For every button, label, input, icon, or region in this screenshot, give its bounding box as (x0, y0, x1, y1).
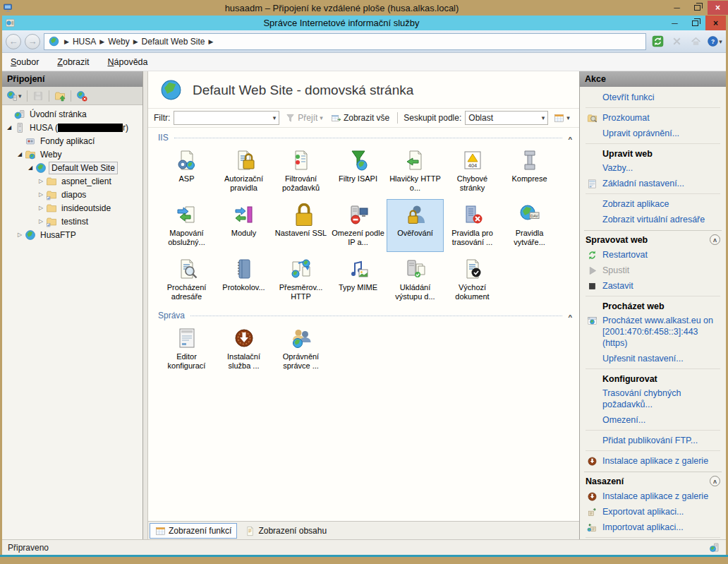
tree-node-husaftp[interactable]: ▷HusaFTP (2, 228, 142, 241)
feature-tile-authoring[interactable]: DAVPravidla vytváře... (501, 199, 558, 252)
create-connection-button[interactable]: ▾ (5, 89, 23, 103)
menu-item-zobrazit[interactable]: Zobrazit (57, 57, 89, 67)
breadcrumb-item[interactable]: Weby (107, 37, 131, 47)
up-button[interactable] (53, 89, 67, 103)
menu-item-soubor[interactable]: Soubor (11, 57, 39, 67)
back-button[interactable]: ← (6, 34, 21, 49)
delete-connection-button[interactable] (75, 89, 89, 103)
feature-tile-error-pages[interactable]: 404Chybové stránky (444, 145, 501, 198)
action-link[interactable]: Instalace aplikace z galerie (602, 491, 708, 502)
feature-tile-config-editor[interactable]: Editor konfigurací (158, 323, 215, 376)
tree-expander-icon[interactable]: ▷ (37, 178, 45, 184)
action-link[interactable]: Procházet www.alkast.eu on [2001:470:6f:… (602, 315, 722, 349)
feature-tile-isapi[interactable]: Filtry ISAPI (329, 145, 387, 198)
tree-node-insideoutside[interactable]: ▷insideoutside (2, 201, 142, 215)
action-link[interactable]: Zastavit (602, 280, 633, 292)
help-button[interactable]: ?▾ (707, 34, 722, 49)
feature-tile-output-cache[interactable]: Ukládání výstupu d... (387, 253, 444, 306)
tree-node-default-web-site[interactable]: ◢Default Web Site (2, 161, 142, 174)
tree-expander-icon[interactable]: ◢ (5, 124, 13, 131)
tab-features-view[interactable]: Zobrazení funkcí (150, 523, 237, 539)
tree-expander-icon[interactable]: ▷ (16, 232, 24, 238)
menu-item-napoveda[interactable]: Nápověda (108, 57, 148, 67)
group-by-value: Oblast (468, 113, 493, 123)
explore-icon (586, 113, 598, 124)
tree-node-testinst[interactable]: ▷testinst (2, 215, 142, 228)
feature-tile-dir-browse[interactable]: Procházení adresáře (158, 253, 215, 306)
go-button: Přejít▾ (283, 111, 325, 125)
tree-node-weby[interactable]: ◢Weby (2, 148, 142, 161)
feature-tile-modules[interactable]: Moduly (215, 199, 272, 252)
action-link[interactable]: Exportovat aplikaci... (602, 506, 684, 517)
refresh-icon (652, 35, 664, 47)
tree-node-fondy-aplikaci[interactable]: Fondy aplikací (2, 134, 142, 148)
group-collapse-icon[interactable]: ʌ (710, 476, 720, 486)
feature-tile-ssl[interactable]: Nastavení SSL (272, 199, 329, 252)
tree-expander-icon[interactable]: ▷ (37, 218, 45, 224)
filter-input[interactable]: ▾ (174, 111, 279, 125)
feature-tile-iis-perm[interactable]: Oprávnění správce ... (272, 323, 329, 376)
action-link[interactable]: Přidat publikování FTP... (602, 435, 698, 446)
feature-tile-asp[interactable]: ASP (158, 145, 215, 198)
feature-tile-webpi[interactable]: Instalační služba ... (215, 323, 272, 376)
action-link[interactable]: Vazby... (602, 162, 633, 174)
feature-tile-tracing[interactable]: Pravidla pro trasování ... (444, 199, 501, 252)
rdp-restore-button[interactable] (687, 1, 708, 15)
feature-tile-req-filter[interactable]: Filtrování požadavků (272, 145, 329, 198)
action-link[interactable]: Instalace aplikace z galerie (602, 455, 708, 467)
tree-expander-icon[interactable]: ▷ (37, 191, 45, 198)
action-link[interactable]: Otevřít funkci (602, 92, 655, 103)
action-link[interactable]: Upravit oprávnění... (602, 128, 679, 139)
action-link[interactable]: Základní nastavení... (602, 178, 684, 189)
tree-expander-icon[interactable]: ◢ (26, 164, 35, 171)
action-link[interactable]: Importovat aplikaci... (602, 522, 684, 533)
iis-perm-icon (290, 327, 313, 349)
action-link[interactable]: Restartovat (602, 249, 648, 260)
feature-tile-label: Ukládání výstupu d... (389, 283, 442, 301)
tree-expander-icon[interactable]: ▷ (37, 205, 45, 211)
breadcrumb-item[interactable]: Default Web Site (140, 37, 207, 47)
feature-tile-logging[interactable]: Protokolov... (215, 253, 272, 306)
action-link[interactable]: Prozkoumat (602, 112, 650, 124)
tree-node-uvodni-stranka[interactable]: Úvodní stránka (2, 107, 142, 121)
feature-tile-mime[interactable]: Typy MIME (329, 253, 387, 306)
rdp-close-button[interactable]: × (708, 1, 728, 15)
dir-browse-icon (176, 258, 198, 280)
action-link[interactable]: Zobrazit virtuální adresáře (602, 214, 705, 225)
tree-node-husa[interactable]: ◢HUSA (r) (2, 121, 142, 134)
app-minimize-button[interactable]: ─ (665, 16, 685, 30)
section-collapse-icon[interactable]: ʌ (568, 313, 572, 319)
feature-tile-ip-restrict[interactable]: Omezení podle IP a... (329, 199, 387, 252)
app-restore-button[interactable] (685, 16, 705, 30)
feature-tile-authentication[interactable]: Ověřování (387, 199, 444, 252)
group-collapse-icon[interactable]: ʌ (710, 234, 720, 245)
tree-node-diapos[interactable]: ▷diapos (2, 188, 142, 201)
feature-tile-http-headers[interactable]: Hlavičky HTTP o... (387, 145, 444, 198)
section-collapse-icon[interactable]: ʌ (568, 135, 572, 141)
feature-tile-default-doc[interactable]: Výchozí dokument (444, 253, 501, 306)
action-link[interactable]: Trasování chybných požadavků... (602, 388, 722, 410)
breadcrumb-item[interactable]: HUSA (71, 37, 97, 47)
view-mode-button[interactable]: ▾ (552, 111, 572, 125)
default-doc-icon (461, 258, 484, 280)
feature-tile-redirect[interactable]: Přesměrov... HTTP (272, 253, 329, 306)
tree-expander-icon[interactable]: ◢ (16, 151, 24, 157)
forward-button[interactable]: → (25, 34, 40, 49)
refresh-button[interactable] (650, 34, 665, 49)
feature-tile-label: ASP (178, 174, 194, 184)
feature-tile-auth-rules[interactable]: Autorizační pravidla (215, 145, 272, 198)
feature-tile-handler-map[interactable]: Mapování obslužný... (158, 199, 215, 252)
action-link[interactable]: Zobrazit aplikace (602, 198, 669, 210)
action-link[interactable]: Upřesnit nastavení... (602, 353, 684, 364)
tree-node-aspnet_client[interactable]: ▷aspnet_client (2, 174, 142, 188)
group-by-label: Seskupit podle: (404, 113, 461, 123)
feature-tile-compression[interactable]: Komprese (501, 145, 558, 198)
app-close-button[interactable]: × (705, 16, 726, 30)
tab-content-view[interactable]: Zobrazení obsahu (240, 523, 332, 539)
rdp-minimize-button[interactable]: ─ (667, 1, 687, 15)
group-by-select[interactable]: Oblast▾ (465, 111, 548, 125)
breadcrumb[interactable]: ▶HUSA▶Weby▶Default Web Site▶ (44, 33, 646, 50)
export-icon (586, 507, 598, 517)
action-link[interactable]: Omezení... (602, 414, 645, 426)
show-all-button[interactable]: Zobrazit vše (329, 111, 392, 125)
